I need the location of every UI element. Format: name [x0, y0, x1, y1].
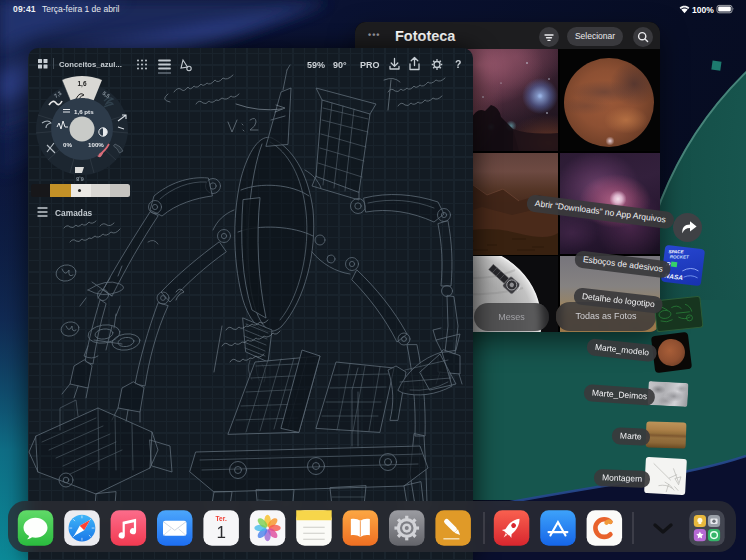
svg-text:1: 1	[216, 523, 225, 542]
svg-text:0%: 0%	[63, 141, 72, 148]
svg-text:PRO: PRO	[360, 60, 380, 70]
svg-text:Ter.: Ter.	[216, 515, 227, 522]
svg-text:100%: 100%	[692, 5, 714, 14]
svg-text:1,6 pts: 1,6 pts	[74, 108, 94, 115]
svg-text:100%: 100%	[88, 141, 104, 148]
svg-text:90°: 90°	[333, 60, 347, 70]
svg-text:?: ?	[455, 58, 461, 70]
svg-text:ROCKET: ROCKET	[670, 254, 690, 259]
svg-text:1,6: 1,6	[77, 80, 86, 88]
svg-text:Camadas: Camadas	[55, 208, 93, 218]
svg-text:Conceitos_azul...: Conceitos_azul...	[59, 60, 122, 69]
svg-text:59%: 59%	[307, 60, 325, 70]
svg-text:6,8: 6,8	[76, 176, 84, 182]
